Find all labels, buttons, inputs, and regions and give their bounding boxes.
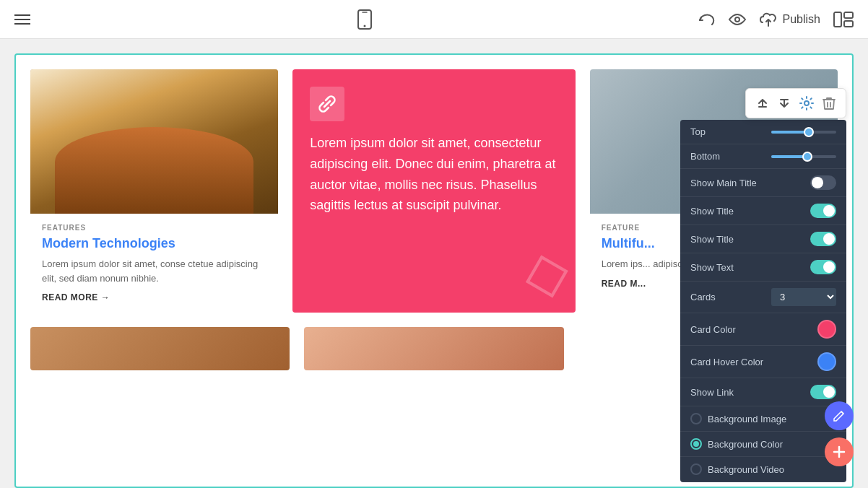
topbar: Publish	[0, 0, 868, 39]
link-icon	[317, 94, 337, 114]
show-link-label: Show Link	[690, 387, 734, 398]
card-color-swatch[interactable]	[817, 320, 836, 339]
svg-point-1	[363, 25, 365, 27]
move-down-button[interactable]	[775, 94, 794, 113]
svg-rect-6	[844, 21, 853, 27]
top-slider-thumb[interactable]	[804, 127, 814, 137]
show-title-1-label: Show Title	[690, 206, 734, 217]
settings-panel: Top Bottom Show Main Title	[680, 120, 846, 482]
card-featured: Lorem ipsum dolor sit amet, consectetur …	[292, 69, 575, 313]
show-title-1-knob	[823, 205, 835, 217]
card-featured-text: Lorem ipsum dolor sit amet, consectetur …	[310, 133, 557, 216]
plus-icon	[832, 445, 846, 459]
layout-icon	[833, 11, 854, 28]
show-link-knob	[823, 386, 835, 398]
top-label: Top	[690, 126, 706, 137]
preview-button[interactable]	[728, 13, 747, 26]
show-title-2-label: Show Title	[690, 234, 734, 245]
widget-toolbar	[745, 88, 846, 118]
card-1: FEATURES Modern Technologies Lorem ipsum…	[30, 69, 278, 313]
move-up-button[interactable]	[753, 94, 772, 113]
mobile-preview-button[interactable]	[357, 9, 373, 30]
show-title-2-knob	[823, 233, 835, 245]
top-slider-track[interactable]	[771, 131, 836, 134]
background-image-radio[interactable]	[690, 413, 702, 424]
background-image-label: Background Image	[708, 414, 786, 424]
show-link-toggle[interactable]	[810, 385, 836, 399]
background-color-label: Background Color	[708, 439, 783, 450]
topbar-center	[357, 9, 373, 30]
main-area: FEATURES Modern Technologies Lorem ipsum…	[0, 39, 868, 488]
move-down-icon	[778, 97, 791, 110]
trash-icon	[823, 96, 836, 110]
bottom-card-1	[30, 327, 290, 370]
show-text-knob	[823, 261, 835, 273]
background-video-label: Background Video	[708, 464, 784, 475]
card-hover-color-swatch[interactable]	[817, 352, 836, 371]
show-text-row: Show Text	[680, 253, 846, 282]
publish-button[interactable]: Publish	[760, 12, 820, 27]
card-hover-color-label: Card Hover Color	[690, 357, 763, 367]
top-slider[interactable]	[771, 131, 836, 134]
svg-point-3	[735, 17, 739, 22]
svg-rect-4	[834, 12, 841, 27]
card-1-text: Lorem ipsum dolor sit amet, conse ctetue…	[42, 257, 266, 285]
upload-icon	[760, 12, 777, 27]
card-1-title: Modern Technologies	[42, 236, 266, 251]
bottom-card-2	[304, 327, 563, 370]
svg-point-7	[804, 101, 809, 105]
bottom-slider-thumb[interactable]	[802, 152, 812, 162]
show-title-1-row: Show Title	[680, 197, 846, 225]
card-1-image	[30, 69, 278, 214]
background-color-row[interactable]: Background Color	[680, 432, 846, 457]
settings-button[interactable]	[797, 93, 817, 113]
bottom-slider[interactable]	[771, 155, 836, 158]
more-options-button[interactable]	[833, 11, 854, 28]
hamburger-icon[interactable]	[14, 14, 30, 25]
move-up-icon	[756, 97, 769, 110]
cards-row: Cards 3 1 2 4	[680, 282, 846, 313]
card-1-body: FEATURES Modern Technologies Lorem ipsum…	[30, 214, 278, 313]
publish-label: Publish	[783, 13, 820, 26]
eye-icon	[728, 13, 747, 26]
bottom-label: Bottom	[690, 151, 720, 162]
mobile-icon	[357, 9, 373, 30]
card-hover-color-row: Card Hover Color	[680, 346, 846, 378]
card-featured-icon	[310, 87, 344, 121]
card-color-label: Card Color	[690, 324, 736, 335]
cards-label: Cards	[690, 292, 716, 302]
svg-rect-5	[844, 12, 853, 18]
show-main-title-toggle[interactable]	[810, 175, 836, 190]
background-color-radio[interactable]	[690, 438, 702, 450]
card-1-category: FEATURES	[42, 224, 266, 232]
undo-button[interactable]	[699, 12, 715, 27]
show-main-title-row: Show Main Title	[680, 169, 846, 197]
background-video-radio[interactable]	[690, 463, 702, 475]
show-text-label: Show Text	[690, 262, 734, 273]
bottom-slider-row: Bottom	[680, 144, 846, 169]
cards-select[interactable]: 3 1 2 4	[771, 288, 836, 306]
show-title-2-row: Show Title	[680, 225, 846, 253]
pencil-icon	[833, 409, 846, 422]
show-title-1-toggle[interactable]	[810, 204, 836, 218]
topbar-right: Publish	[699, 11, 854, 28]
background-video-row[interactable]: Background Video	[680, 457, 846, 482]
bottom-slider-track[interactable]	[771, 155, 836, 158]
show-title-2-toggle[interactable]	[810, 232, 836, 246]
person-laptop-image	[30, 69, 278, 214]
card-1-link[interactable]: READ MORE →	[42, 292, 266, 302]
delete-button[interactable]	[820, 93, 838, 113]
settings-icon	[799, 96, 814, 110]
show-link-row: Show Link	[680, 378, 846, 406]
topbar-left	[14, 14, 30, 25]
fab-add-button[interactable]	[825, 437, 854, 466]
background-image-row[interactable]: Background Image	[680, 406, 846, 432]
show-main-title-knob	[812, 177, 823, 188]
fab-edit-button[interactable]	[825, 401, 854, 430]
undo-icon	[699, 12, 715, 27]
card-featured-watermark: ◇	[516, 234, 576, 310]
card-color-row: Card Color	[680, 313, 846, 346]
top-slider-row: Top	[680, 120, 846, 144]
show-text-toggle[interactable]	[810, 260, 836, 274]
show-main-title-label: Show Main Title	[690, 178, 757, 188]
